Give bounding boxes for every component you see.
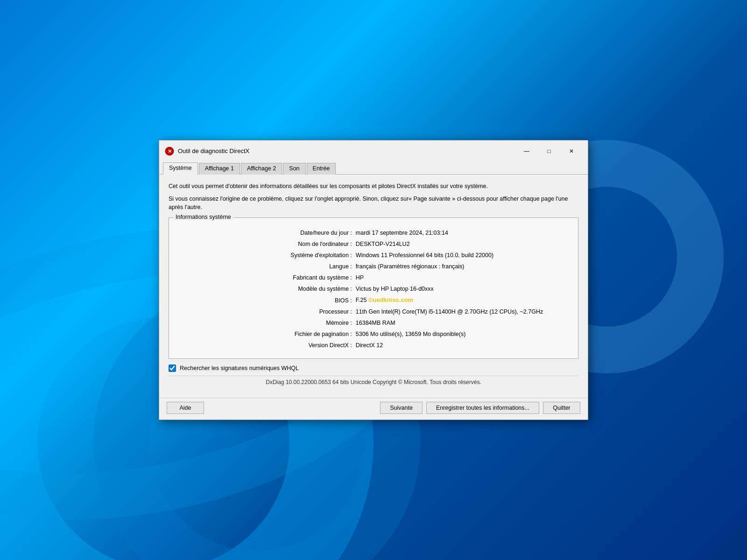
minimize-button[interactable]: — [516,144,537,158]
info-value: français (Paramètres régionaux : françai… [354,261,571,272]
info-label: Modèle du système : [176,283,354,294]
tab-systeme[interactable]: Système [163,162,198,175]
info-label: Mémoire : [176,317,354,329]
directx-diagnostic-window: ✕ Outil de diagnostic DirectX — □ ✕ Syst… [159,140,588,420]
aide-button[interactable]: Aide [167,402,204,414]
info-label: Système d'exploitation : [176,250,354,261]
group-box-title: Informations système [174,214,233,220]
info-value: Victus by HP Laptop 16-d0xxx [354,283,571,294]
info-label: Processeur : [176,306,354,317]
whql-checkbox[interactable] [169,364,176,372]
whql-label: Rechercher les signatures numériques WHQ… [180,365,299,371]
suivante-button[interactable]: Suivante [380,402,423,414]
info-row: Modèle du système :Victus by HP Laptop 1… [176,283,571,294]
info-value: 16384MB RAM [354,317,571,329]
info-label: Fabricant du système : [176,272,354,283]
system-info-table: Date/heure du jour :mardi 17 septembre 2… [176,227,571,351]
system-info-group: Informations système Date/heure du jour … [169,217,578,359]
info-row: Processeur :11th Gen Intel(R) Core(TM) i… [176,306,571,317]
intro-line1: Cet outil vous permet d'obtenir des info… [169,182,578,191]
info-value: Windows 11 Professionnel 64 bits (10.0, … [354,250,571,261]
info-row: Nom de l'ordinateur :DESKTOP-V214LU2 [176,238,571,250]
tab-entree[interactable]: Entrée [307,163,336,175]
info-row: Version DirectX :DirectX 12 [176,340,571,351]
copyright-text: DxDiag 10.00.22000.0653 64 bits Unicode … [266,379,481,385]
info-value: DESKTOP-V214LU2 [354,238,571,250]
maximize-button[interactable]: □ [538,144,560,158]
info-value: DirectX 12 [354,340,571,351]
quitter-button[interactable]: Quitter [543,402,580,414]
info-label: Nom de l'ordinateur : [176,238,354,250]
close-button[interactable]: ✕ [561,144,582,158]
watermark-text: ©uedkniss.com [368,296,413,303]
tab-bar: SystèmeAffichage 1Affichage 2SonEntrée [159,160,588,175]
directx-icon: ✕ [165,147,174,156]
window-title: Outil de diagnostic DirectX [178,147,516,154]
info-label: BIOS : [176,294,354,306]
info-label: Fichier de pagination : [176,329,354,340]
info-row: Langue :français (Paramètres régionaux :… [176,261,571,272]
info-row: Fichier de pagination :5306 Mo utilisé(s… [176,329,571,340]
info-label: Langue : [176,261,354,272]
info-label: Date/heure du jour : [176,227,354,238]
info-value: 5306 Mo utilisé(s), 13659 Mo disponible(… [354,329,571,340]
info-row: Mémoire :16384MB RAM [176,317,571,329]
copyright-footer: DxDiag 10.00.22000.0653 64 bits Unicode … [169,376,578,390]
title-bar: ✕ Outil de diagnostic DirectX — □ ✕ [159,140,588,160]
tab-son[interactable]: Son [283,163,305,175]
info-value: HP [354,272,571,283]
svg-text:✕: ✕ [168,148,172,154]
button-row: Aide Suivante Enregistrer toutes les inf… [159,398,588,420]
info-label: Version DirectX : [176,340,354,351]
info-value: 11th Gen Intel(R) Core(TM) i5-11400H @ 2… [354,306,571,317]
whql-checkbox-row: Rechercher les signatures numériques WHQ… [169,364,578,372]
info-row: Fabricant du système :HP [176,272,571,283]
window-overlay: ✕ Outil de diagnostic DirectX — □ ✕ Syst… [0,0,747,560]
window-controls: — □ ✕ [516,144,582,158]
enregistrer-button[interactable]: Enregistrer toutes les informations... [426,402,539,414]
tab-affichage2[interactable]: Affichage 2 [241,163,282,175]
tab-affichage1[interactable]: Affichage 1 [199,163,240,175]
main-content: Cet outil vous permet d'obtenir des info… [159,175,588,398]
intro-line2: Si vous connaissez l'origine de ce probl… [169,195,578,212]
info-row: Système d'exploitation :Windows 11 Profe… [176,250,571,261]
info-row: Date/heure du jour :mardi 17 septembre 2… [176,227,571,238]
info-row: BIOS :F.25 ©uedkniss.com [176,294,571,306]
info-value: F.25 ©uedkniss.com [354,294,571,306]
info-value: mardi 17 septembre 2024, 21:03:14 [354,227,571,238]
